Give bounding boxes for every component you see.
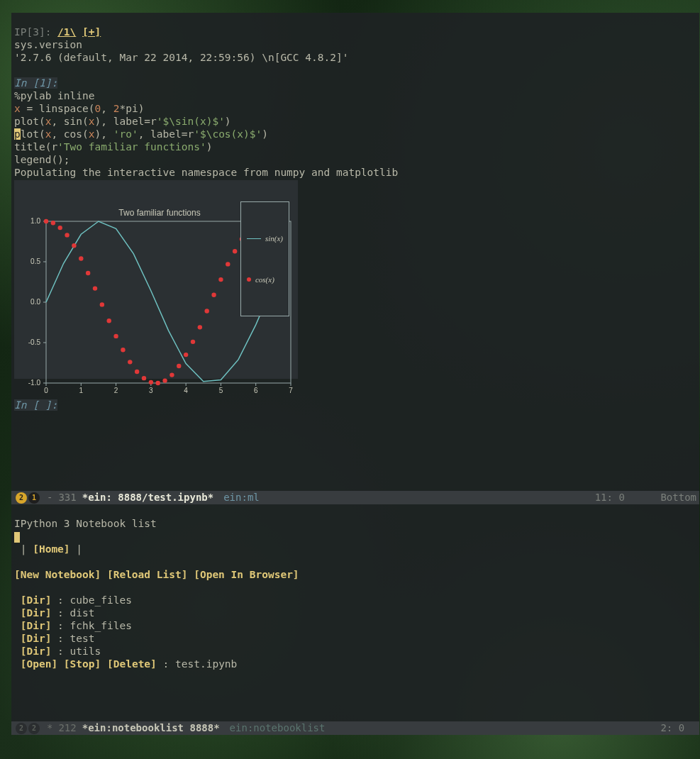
svg-point-29	[58, 226, 62, 230]
svg-point-50	[205, 309, 209, 313]
svg-text:2: 2	[114, 387, 118, 394]
list-item[interactable]: test	[70, 633, 95, 644]
tab-current[interactable]: /1\	[57, 26, 76, 38]
svg-point-35	[100, 302, 104, 306]
plot-output: Two familiar functions -1.0-0.50.00.51.0…	[14, 180, 298, 379]
legend: sin(x) cos(x)	[240, 201, 289, 316]
file-item[interactable]: test.ipynb	[175, 658, 237, 670]
svg-point-38	[121, 348, 125, 352]
svg-text:7: 7	[289, 387, 293, 394]
badge-icon: 2	[28, 723, 40, 734]
svg-point-54	[233, 249, 237, 253]
svg-text:1.0: 1.0	[30, 217, 40, 225]
svg-point-42	[149, 380, 153, 384]
svg-point-41	[142, 376, 146, 380]
list-item[interactable]: utils	[70, 646, 101, 657]
svg-point-47	[184, 353, 188, 357]
svg-point-48	[191, 340, 195, 344]
dir-tag[interactable]: [Dir]	[21, 633, 52, 644]
modeline-top: 2 1 - 331 *ein: 8888/test.ipynb* ein:ml …	[11, 491, 699, 504]
cell-output-line: sys.version	[14, 39, 82, 50]
svg-text:6: 6	[254, 387, 258, 394]
svg-point-34	[93, 286, 97, 290]
open-button[interactable]: [Open]	[21, 658, 57, 670]
modeline-position: 2: 0	[660, 722, 684, 733]
list-item[interactable]: cube_files	[70, 594, 132, 606]
svg-point-27	[44, 219, 48, 223]
modeline-bottom: 2 2 * 212 *ein:notebooklist 8888* ein:no…	[11, 721, 699, 735]
svg-point-31	[72, 243, 76, 248]
svg-text:0.5: 0.5	[30, 257, 40, 265]
notebook-pane[interactable]: IP[3]: /1\ [+] sys.version '2.7.6 (defau…	[11, 13, 699, 491]
tab-prefix: IP[3]:	[14, 26, 57, 38]
list-item[interactable]: dist	[70, 607, 95, 619]
svg-point-51	[211, 293, 216, 297]
svg-point-30	[65, 233, 69, 237]
new-notebook-button[interactable]: [New Notebook]	[14, 569, 101, 580]
svg-point-36	[107, 318, 111, 323]
svg-text:1: 1	[79, 387, 84, 394]
svg-point-33	[86, 271, 90, 275]
svg-text:-0.5: -0.5	[28, 338, 41, 346]
svg-point-40	[135, 370, 139, 374]
legend-entry: cos(x)	[255, 273, 274, 286]
reload-list-button[interactable]: [Reload List]	[107, 569, 188, 580]
svg-text:5: 5	[219, 387, 223, 394]
svg-text:0.0: 0.0	[30, 298, 40, 306]
code-line[interactable]: x = linspace(0, 2*pi)	[14, 103, 144, 114]
cursor: p	[14, 128, 21, 140]
modeline-buffer: *ein:notebooklist 8888*	[82, 721, 220, 735]
svg-text:3: 3	[149, 387, 153, 394]
svg-point-37	[113, 334, 118, 338]
svg-point-52	[218, 277, 223, 282]
dir-tag[interactable]: [Dir]	[21, 620, 52, 631]
dir-tag[interactable]: [Dir]	[21, 646, 52, 657]
notebooklist-pane[interactable]: IPython 3 Notebook list | [Home] | [New …	[11, 504, 699, 721]
modeline-scroll: Bottom	[660, 492, 696, 503]
svg-point-45	[170, 372, 174, 377]
svg-point-39	[128, 360, 132, 364]
code-line[interactable]: plot(x, sin(x), label=r'$\sin(x)$')	[14, 116, 231, 127]
svg-point-43	[156, 381, 160, 385]
modeline-dash: -	[47, 491, 52, 504]
code-line[interactable]: legend();	[14, 154, 70, 165]
input-prompt: In [1]:	[14, 77, 57, 89]
svg-text:4: 4	[184, 387, 188, 394]
home-link[interactable]: [Home]	[33, 543, 70, 555]
modeline-major-mode: ein:notebooklist	[230, 721, 326, 735]
chart-title: Two familiar functions	[118, 208, 200, 218]
code-line[interactable]: %pylab inline	[14, 90, 95, 101]
open-in-browser-button[interactable]: [Open In Browser]	[194, 569, 299, 580]
code-line[interactable]: plot(x, cos(x), 'ro', label=r'$\cos(x)$'…	[14, 128, 268, 140]
cell-output-line: '2.7.6 (default, Mar 22 2014, 22:59:56) …	[14, 52, 348, 63]
notebooklist-title: IPython 3 Notebook list	[14, 518, 157, 529]
cell-output: Populating the interactive namespace fro…	[14, 167, 398, 178]
dir-tag[interactable]: [Dir]	[21, 594, 52, 606]
modeline-buffer: *ein: 8888/test.ipynb*	[82, 491, 213, 504]
badge-icon: 2	[16, 492, 27, 504]
badge-icon: 2	[16, 723, 27, 734]
input-prompt-empty[interactable]: In [ ]:	[14, 399, 57, 411]
cursor	[14, 532, 20, 543]
modeline-position: 11: 0	[595, 492, 625, 503]
modeline-linenum: 212	[58, 721, 76, 735]
svg-point-53	[226, 262, 230, 266]
svg-point-49	[198, 325, 202, 329]
modeline-linenum: 331	[58, 491, 76, 504]
modeline-major-mode: ein:ml	[223, 491, 260, 504]
code-line[interactable]: title(r'Two familiar functions')	[14, 141, 212, 153]
modeline-star: *	[47, 721, 52, 735]
badge-icon: 1	[28, 492, 40, 504]
svg-point-46	[177, 364, 181, 368]
tab-bar: IP[3]: /1\ [+]	[14, 26, 101, 38]
tab-add-button[interactable]: [+]	[82, 26, 101, 38]
dir-tag[interactable]: [Dir]	[21, 607, 52, 619]
delete-button[interactable]: [Delete]	[107, 658, 157, 670]
svg-point-32	[79, 256, 83, 260]
stop-button[interactable]: [Stop]	[64, 658, 101, 670]
svg-point-28	[51, 221, 55, 225]
legend-entry: sin(x)	[265, 232, 283, 245]
list-item[interactable]: fchk_files	[70, 620, 132, 631]
svg-point-44	[162, 378, 167, 382]
